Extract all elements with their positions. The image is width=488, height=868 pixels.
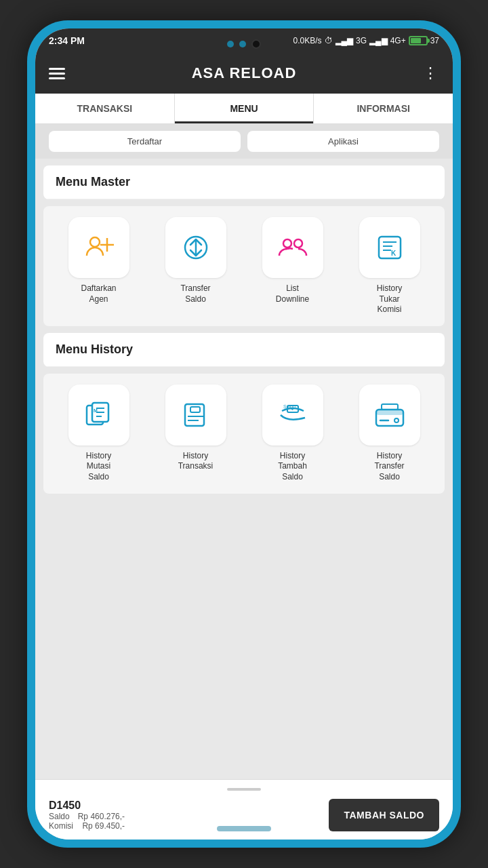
komisi-value: Rp 69.450,- (82, 821, 125, 831)
history-mutasi-saldo-label: HistoryMutasiSaldo (86, 451, 111, 483)
history-tukar-komisi-icon-box: K (359, 217, 420, 278)
history-transaksi-icon (180, 399, 212, 431)
battery-fill (411, 38, 421, 43)
tab-bar: TRANSAKSI MENU INFORMASI (35, 94, 453, 124)
menu-master-grid: DaftarkanAgen TransferSaldo (54, 217, 434, 315)
svg-rect-20 (190, 407, 200, 412)
more-options-button[interactable]: ⋮ (423, 64, 439, 82)
app-title: ASA RELOAD (192, 64, 297, 82)
transfer-saldo-label: TransferSaldo (180, 283, 210, 304)
daftarkan-agen-label: DaftarkanAgen (81, 283, 116, 304)
menu-item-daftarkan-agen[interactable]: DaftarkanAgen (54, 217, 143, 315)
komisi-info: Komisi Rp 69.450,- (49, 821, 125, 831)
hamburger-line (49, 68, 65, 70)
history-mutasi-saldo-icon: M (83, 399, 115, 431)
menu-master-grid-card: DaftarkanAgen TransferSaldo (43, 206, 445, 326)
menu-master-header-card: Menu Master (43, 165, 445, 199)
svg-rect-27 (376, 410, 403, 415)
menu-history-header-card: Menu History (43, 333, 445, 367)
history-tambah-saldo-label: HistoryTambahSaldo (278, 451, 307, 483)
history-mutasi-saldo-icon-box: M (68, 384, 129, 446)
saldo-label: Saldo (49, 812, 70, 821)
history-transaksi-icon-box (165, 384, 226, 446)
bottom-info-left: D1450 Saldo Rp 460.276,- Komisi Rp 69.45… (49, 800, 125, 831)
tab-menu[interactable]: MENU (175, 94, 314, 123)
menu-history-title: Menu History (43, 333, 445, 367)
daftarkan-agen-icon-box (68, 217, 129, 278)
svg-text:Saldo: Saldo (283, 404, 296, 409)
svg-point-29 (394, 418, 399, 422)
menu-master-title: Menu Master (43, 165, 445, 199)
user-id: D1450 (49, 800, 125, 812)
signal-icon: ▂▄▆ (336, 36, 354, 45)
bottom-handle (227, 788, 261, 791)
svg-point-6 (283, 239, 291, 248)
signal-icon-2: ▂▄▆ (369, 36, 388, 45)
status-right: 0.0KB/s ⏱ ▂▄▆ 3G ▂▄▆ 4G+ 37 (293, 36, 439, 45)
menu-item-history-tambah-saldo[interactable]: + Saldo HistoryTambahSaldo (248, 384, 337, 483)
network-speed: 0.0KB/s (293, 36, 322, 45)
content-scroll: Terdaftar Aplikasi Menu Master (35, 124, 453, 779)
hamburger-line (49, 73, 65, 75)
list-downline-icon-box (262, 217, 323, 278)
svg-text:K: K (391, 250, 396, 257)
svg-point-0 (90, 237, 100, 247)
terdaftar-label: Terdaftar (49, 131, 241, 152)
menu-history-grid-card: M HistoryMutasiSaldo (43, 374, 445, 494)
menu-item-list-downline[interactable]: ListDownline (248, 217, 337, 315)
menu-item-history-tukar-komisi[interactable]: K HistoryTukarKomisi (345, 217, 434, 315)
history-tambah-saldo-icon: + Saldo (277, 399, 309, 431)
saldo-value: Rp 460.276,- (78, 812, 125, 821)
network-type-3g: 3G (356, 36, 367, 45)
history-transfer-saldo-icon-box (359, 384, 420, 446)
app-bar: ASA RELOAD ⋮ (35, 53, 453, 94)
menu-item-history-mutasi-saldo[interactable]: M HistoryMutasiSaldo (54, 384, 143, 483)
list-downline-label: ListDownline (276, 283, 309, 304)
aplikasi-label: Aplikasi (247, 131, 439, 152)
tab-transaksi[interactable]: TRANSAKSI (35, 94, 175, 123)
network-type-4g: 4G+ (390, 36, 406, 45)
menu-item-history-transaksi[interactable]: HistoryTransaksi (151, 384, 240, 483)
svg-rect-8 (379, 237, 401, 258)
menu-item-history-transfer-saldo[interactable]: HistoryTransferSaldo (345, 384, 434, 483)
history-tukar-komisi-icon: K (373, 231, 406, 264)
transfer-saldo-icon (180, 231, 212, 264)
tambah-saldo-button[interactable]: TAMBAH SALDO (329, 799, 439, 831)
top-partial-section: Terdaftar Aplikasi (35, 124, 453, 159)
battery-level: 37 (430, 36, 439, 45)
history-tukar-komisi-label: HistoryTukarKomisi (377, 283, 402, 315)
menu-item-transfer-saldo[interactable]: TransferSaldo (151, 217, 240, 315)
battery-icon (409, 36, 428, 45)
tab-informasi[interactable]: INFORMASI (314, 94, 453, 123)
hamburger-menu-button[interactable] (49, 68, 65, 79)
transfer-saldo-icon-box (165, 217, 226, 278)
history-transfer-saldo-label: HistoryTransferSaldo (374, 451, 404, 483)
daftarkan-agen-icon (83, 231, 115, 264)
history-tambah-saldo-icon-box: + Saldo (262, 384, 323, 446)
history-transfer-saldo-icon (373, 399, 406, 431)
svg-point-7 (294, 239, 302, 248)
svg-text:M: M (94, 408, 98, 413)
hamburger-line (49, 77, 65, 79)
menu-history-grid: M HistoryMutasiSaldo (54, 384, 434, 483)
clock-icon: ⏱ (325, 36, 333, 45)
status-time: 2:34 PM (49, 35, 85, 46)
list-downline-icon (277, 231, 309, 264)
komisi-label: Komisi (49, 821, 73, 831)
saldo-info: Saldo Rp 460.276,- (49, 812, 125, 821)
history-transaksi-label: HistoryTransaksi (178, 451, 214, 472)
